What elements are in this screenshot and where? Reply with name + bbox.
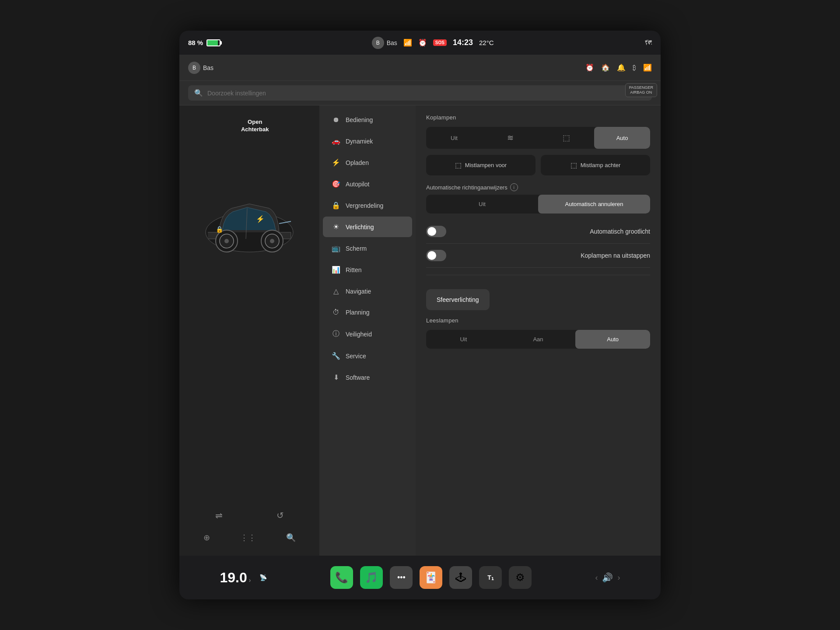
shuffle-icon[interactable]: ⇌ xyxy=(215,510,223,521)
status-right: 🗺 xyxy=(645,39,652,47)
open-achter-label[interactable]: Open Achterbak xyxy=(241,119,269,133)
speed-chevron: › xyxy=(249,577,251,584)
leeslampen-auto[interactable]: Auto xyxy=(575,330,650,349)
status-avatar: B xyxy=(372,37,384,49)
fog-lights-row: ⬚ Mistlampen voor ⬚ Mistlamp achter xyxy=(426,155,650,175)
auto-grootlicht-label: Automatisch grootlicht xyxy=(590,228,650,235)
wifi-topbar-icon: 📶 xyxy=(643,63,652,72)
speed-display: 19.0 › xyxy=(220,570,251,586)
koplampen-groot[interactable]: ⬚ xyxy=(538,127,594,149)
chevron-right-icon[interactable]: › xyxy=(617,573,620,582)
sidebar-item-autopilot[interactable]: 🎯 Autopilot xyxy=(323,174,412,194)
battery-percentage: 88 % xyxy=(188,39,203,46)
car-panel-search: ⊕ ⋮⋮ 🔍 xyxy=(179,533,319,542)
search-bottom-icon[interactable]: 🔍 xyxy=(286,533,296,542)
speed-value: 19.0 xyxy=(220,570,247,586)
status-time: 14:23 xyxy=(453,38,473,47)
sidebar-item-navigatie[interactable]: △ Navigatie xyxy=(323,281,412,301)
veiligheid-icon: ⓘ xyxy=(332,329,340,339)
taskbar-center: 📞 🎵 ••• 🃏 🕹 T₁ ⚙ xyxy=(330,566,532,589)
sfeerverlichting-btn[interactable]: Sfeerverlichting xyxy=(426,289,490,310)
opladen-icon: ⚡ xyxy=(332,158,340,167)
sidebar-item-service[interactable]: 🔧 Service xyxy=(323,346,412,366)
search-wrapper[interactable]: 🔍 xyxy=(188,85,652,101)
sidebar-item-scherm[interactable]: 📺 Scherm xyxy=(323,238,412,259)
charge-indicator: ⚡ xyxy=(256,215,265,223)
software-label: Software xyxy=(346,374,370,381)
status-user: B Bas xyxy=(372,37,397,49)
bell-icon: 🔔 xyxy=(617,63,626,72)
sidebar-item-opladen[interactable]: ⚡ Opladen xyxy=(323,152,412,173)
sidebar-item-ritten[interactable]: 📊 Ritten xyxy=(323,259,412,280)
svg-point-3 xyxy=(224,239,229,243)
mistlamp-achter-btn[interactable]: ⬚ Mistlamp achter xyxy=(541,155,650,175)
ritten-label: Ritten xyxy=(346,266,362,273)
divider xyxy=(426,275,650,275)
koplampen-dimlicht[interactable]: ≋ xyxy=(482,127,538,149)
dynamiek-label: Dynamiek xyxy=(346,138,373,145)
leeslampen-uit[interactable]: Uit xyxy=(426,330,501,349)
taskbar-spotify[interactable]: 🎵 xyxy=(360,566,383,589)
opladen-label: Opladen xyxy=(346,159,369,166)
chevron-left-icon[interactable]: ‹ xyxy=(595,573,598,582)
info-icon[interactable]: i xyxy=(510,183,518,191)
car-illustration: ⚡ 🔒 xyxy=(197,145,302,285)
search-input[interactable] xyxy=(207,90,646,97)
taskbar-type[interactable]: T₁ xyxy=(479,566,502,589)
topbar-user[interactable]: B Bas xyxy=(188,62,214,74)
taskbar-joystick[interactable]: 🕹 xyxy=(449,566,472,589)
tesla-topbar: B Bas ⏰ 🏠 🔔 ₿ 📶 PASSENGER AIRBAG ON xyxy=(179,55,661,81)
taskbar-windows[interactable]: ⚙ xyxy=(509,566,532,589)
search-icon: 🔍 xyxy=(194,89,203,97)
repeat-icon[interactable]: ↺ xyxy=(276,510,284,521)
auto-indicators-group: Uit Automatisch annuleren xyxy=(426,195,650,214)
koplampen-auto[interactable]: Auto xyxy=(594,127,650,149)
taskbar-right: ‹ 🔊 › xyxy=(595,572,620,583)
taskbar-card[interactable]: 🃏 xyxy=(420,566,442,589)
sidebar-item-planning[interactable]: ⏱ Planning xyxy=(323,302,412,322)
bediening-icon: ⏺ xyxy=(332,116,340,124)
volume-icon[interactable]: 🔊 xyxy=(602,572,613,583)
status-left: 88 % xyxy=(188,39,220,46)
auto-indicators-uit[interactable]: Uit xyxy=(426,195,538,214)
topbar-icons: ⏰ 🏠 🔔 ₿ 📶 xyxy=(585,63,652,72)
koplampen-title: Koplampen xyxy=(426,114,650,121)
battery-icon xyxy=(206,39,220,46)
sos-badge: SOS xyxy=(433,39,447,46)
wifi-icon: 📶 xyxy=(403,38,412,47)
mistlampen-voor-btn[interactable]: ⬚ Mistlampen voor xyxy=(426,155,536,175)
koplampen-uitstappen-label: Koplampen na uitstappen xyxy=(581,252,650,259)
auto-indicators-auto[interactable]: Automatisch annuleren xyxy=(538,195,650,214)
car-panel: Open Achterbak xyxy=(179,105,319,556)
leeslampen-group: Uit Aan Auto xyxy=(426,330,650,349)
mixer-icon[interactable]: ⋮⋮ xyxy=(240,533,256,542)
sidebar-item-dynamiek[interactable]: 🚗 Dynamiek xyxy=(323,131,412,151)
bluetooth-icon: ₿ xyxy=(633,64,636,72)
sidebar-item-software[interactable]: ⬇ Software xyxy=(323,367,412,388)
dynamiek-icon: 🚗 xyxy=(332,137,340,145)
main-content: Open Achterbak xyxy=(179,105,661,556)
leeslampen-aan[interactable]: Aan xyxy=(501,330,576,349)
auto-grootlicht-row: Automatisch grootlicht xyxy=(426,220,650,244)
koplampen-uit[interactable]: Uit xyxy=(426,127,482,149)
planning-icon: ⏱ xyxy=(332,308,340,316)
koplampen-uitstappen-toggle[interactable] xyxy=(426,250,446,261)
taskbar-left: 19.0 › 📡 xyxy=(220,570,267,586)
taskbar-phone[interactable]: 📞 xyxy=(330,566,353,589)
sidebar-item-veiligheid[interactable]: ⓘ Veiligheid xyxy=(323,323,412,345)
topbar-left: B Bas xyxy=(188,62,214,74)
sidebar-item-vergrendeling[interactable]: 🔒 Vergrendeling xyxy=(323,195,412,216)
fog-voor-icon: ⬚ xyxy=(455,161,462,169)
add-icon[interactable]: ⊕ xyxy=(203,533,210,542)
veiligheid-label: Veiligheid xyxy=(346,331,372,338)
sidebar-item-verlichting[interactable]: ☀ Verlichting xyxy=(323,217,412,237)
auto-grootlicht-toggle[interactable] xyxy=(426,226,446,237)
service-icon: 🔧 xyxy=(332,352,340,360)
koplampen-uitstappen-row: Koplampen na uitstappen xyxy=(426,244,650,268)
autopilot-label: Autopilot xyxy=(346,181,369,188)
navigatie-icon: △ xyxy=(332,287,340,295)
taskbar-dots[interactable]: ••• xyxy=(390,566,413,589)
sidebar-item-bediening[interactable]: ⏺ Bediening xyxy=(323,110,412,130)
topbar-avatar: B xyxy=(188,62,200,74)
ritten-icon: 📊 xyxy=(332,266,340,274)
